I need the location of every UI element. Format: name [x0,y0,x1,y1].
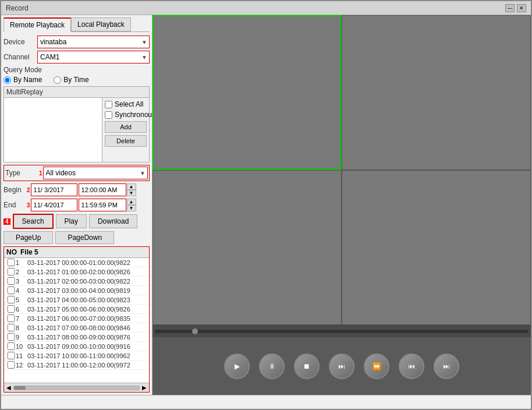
file-name: 03-11-2017 01:00:00-02:00:00(9826 [27,268,147,275]
file-checkbox[interactable] [6,324,16,331]
list-item[interactable]: 9 03-11-2017 08:00:00-09:00:00(9876 [4,333,149,342]
progress-bar[interactable] [152,326,531,337]
file-checkbox[interactable] [6,259,16,266]
begin-time-down[interactable]: ▼ [127,190,136,196]
file-list-scrollbar[interactable]: ◀ ▶ [4,383,149,392]
video-cell-3[interactable] [152,170,342,325]
list-item[interactable]: 11 03-11-2017 10:00:00-11:00:00(9962 [4,351,149,360]
list-item[interactable]: 12 03-11-2017 11:00:00-12:00:00(9972 [4,360,149,370]
tab-local-playback[interactable]: Local Playback [71,17,131,31]
list-item[interactable]: 10 03-11-2017 09:00:00-10:00:00(9916 [4,342,149,351]
list-item[interactable]: 3 03-11-2017 02:00:00-03:00:00(9822 [4,277,149,286]
pause-control-button[interactable]: ⏸ [259,354,285,379]
scroll-thumb[interactable] [14,386,26,390]
device-select[interactable]: vinataba [37,36,150,48]
file-number: 11 [16,352,27,359]
title-controls: — ✕ [505,4,526,12]
video-cell-4[interactable] [342,170,531,325]
begin-time-input[interactable] [79,183,126,196]
type-select[interactable]: All videos [43,167,148,179]
file-header-no: NO [6,248,20,256]
file-checkbox[interactable] [6,287,16,294]
file-name: 03-11-2017 07:00:00-08:00:00(9846 [27,324,147,331]
list-item[interactable]: 8 03-11-2017 07:00:00-08:00:00(9846 [4,323,149,333]
fast-fwd-icon: ⏩ [373,362,381,370]
file-checkbox[interactable] [6,277,16,285]
scroll-track[interactable] [13,386,140,390]
list-item[interactable]: 4 03-11-2017 03:00:00-04:00:00(9819 [4,286,149,295]
list-item[interactable]: 1 03-11-2017 00:00:00-01:00:00(9822 [4,258,149,267]
minimize-button[interactable]: — [505,4,515,12]
begin-date-input[interactable] [31,183,77,196]
fast-forward-button[interactable]: ⏩ [364,354,389,379]
pageup-button[interactable]: PageUp [3,231,53,244]
begin-row: Begin 2 ▲ ▼ [3,183,150,196]
step-icon: ⏭ [338,362,345,370]
file-header-file: File 5 [20,248,147,256]
play-control-button[interactable]: ▶ [224,354,250,379]
file-checkbox[interactable] [6,305,16,313]
end-time-down[interactable]: ▼ [127,205,136,211]
add-button[interactable]: Add [105,121,147,133]
file-name: 03-11-2017 09:00:00-10:00:00(9916 [27,343,147,350]
device-label: Device [3,38,37,46]
video-grid [152,15,531,325]
search-button[interactable]: Search [13,214,54,229]
delete-button[interactable]: Delete [105,135,147,147]
file-number: 4 [16,287,27,294]
multi-replay-section: MultiReplay Select All Synchronous Add [3,86,150,162]
download-button[interactable]: Download [89,214,137,228]
tab-remote-playback[interactable]: Remote Playback [3,17,71,32]
file-checkbox[interactable] [6,361,16,369]
query-mode-section: Query Mode By Name By Time [3,66,150,84]
scroll-right-arrow[interactable]: ▶ [142,384,147,391]
file-name: 03-11-2017 00:00:00-01:00:00(9822 [27,259,147,266]
play-button[interactable]: Play [56,214,87,228]
list-item[interactable]: 6 03-11-2017 05:00:00-06:00:00(9826 [4,305,149,314]
file-name: 03-11-2017 10:00:00-11:00:00(9962 [27,352,147,359]
file-checkbox[interactable] [6,296,16,303]
list-item[interactable]: 5 03-11-2017 04:00:00-05:00:00(9823 [4,295,149,305]
query-by-time[interactable]: By Time [54,76,88,84]
end-time-input[interactable] [79,199,126,211]
progress-track[interactable] [155,330,529,333]
end-date-input[interactable] [31,199,77,211]
file-list-body[interactable]: 1 03-11-2017 00:00:00-01:00:00(9822 2 03… [4,258,149,383]
file-name: 03-11-2017 08:00:00-09:00:00(9876 [27,334,147,341]
list-item[interactable]: 2 03-11-2017 01:00:00-02:00:00(9826 [4,267,149,277]
file-number: 6 [16,306,27,313]
select-all-checkbox[interactable]: Select All [105,100,147,108]
page-row: PageUp PageDown [3,231,150,244]
search-badge: 4 [3,218,10,225]
close-button[interactable]: ✕ [517,4,526,12]
begin-time-up[interactable]: ▲ [127,183,136,190]
step-forward-button[interactable]: ⏭ [329,354,354,379]
progress-thumb[interactable] [192,328,198,334]
title-bar: Record — ✕ [1,1,531,15]
file-number: 7 [16,315,27,322]
file-name: 03-11-2017 03:00:00-04:00:00(9819 [27,287,147,294]
file-checkbox[interactable] [6,352,16,359]
next-button[interactable]: ⏭ [434,354,459,379]
query-by-name[interactable]: By Name [3,76,42,84]
video-cell-1[interactable] [152,15,342,170]
file-checkbox[interactable] [6,333,16,341]
file-checkbox[interactable] [6,268,16,275]
file-checkbox[interactable] [6,314,16,322]
end-time-up[interactable]: ▲ [127,199,136,205]
next-icon: ⏭ [443,362,450,370]
list-item[interactable]: 7 03-11-2017 06:00:00-07:00:00(9835 [4,314,149,323]
file-checkbox[interactable] [6,342,16,350]
type-select-wrapper: All videos [43,167,148,179]
scroll-left-arrow[interactable]: ◀ [6,384,11,391]
player-bar: ▶ ⏸ ⏹ ⏭ ⏩ ⏮ [152,325,531,395]
main-content: Remote Playback Local Playback Device vi… [1,15,531,395]
channel-select[interactable]: CAM1 [37,51,150,63]
prev-button[interactable]: ⏮ [399,354,424,379]
synchronous-checkbox[interactable]: Synchronous [105,111,147,119]
stop-control-button[interactable]: ⏹ [294,354,320,379]
end-label: End [3,201,27,209]
video-cell-2[interactable] [342,15,531,170]
pagedown-button[interactable]: PageDown [55,231,114,244]
file-name: 03-11-2017 11:00:00-12:00:00(9972 [27,362,147,369]
